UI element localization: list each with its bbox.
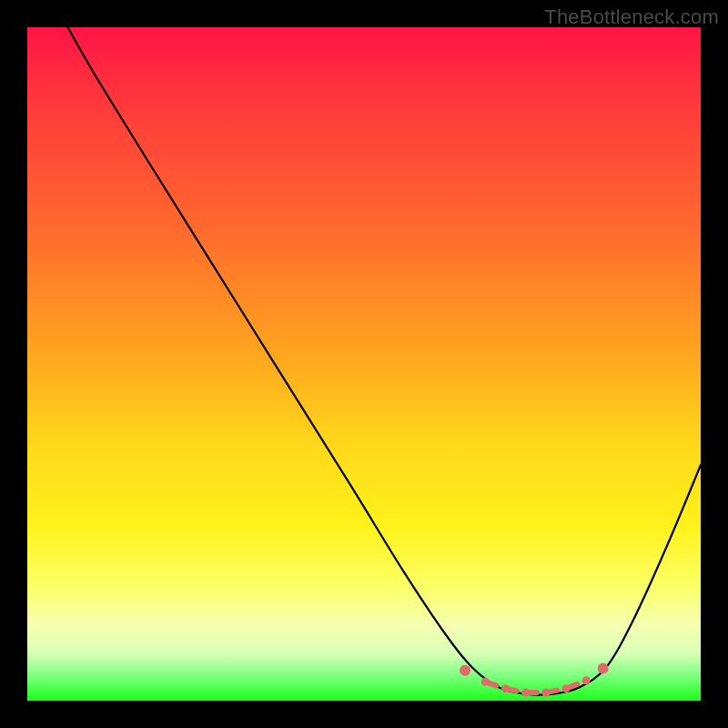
chart-svg — [27, 27, 701, 701]
marker-dot — [481, 678, 490, 686]
marker-dot — [460, 665, 470, 676]
bottleneck-curve — [67, 27, 701, 695]
chart-frame — [27, 27, 701, 701]
marker-dot — [598, 662, 609, 673]
marker-dot — [541, 689, 550, 697]
marker-dot — [562, 684, 571, 693]
watermark-text: TheBottleneck.com — [544, 5, 719, 29]
curve-markers — [460, 662, 609, 696]
marker-dot — [501, 684, 510, 693]
marker-dot — [582, 676, 591, 684]
marker-dot — [521, 689, 530, 697]
